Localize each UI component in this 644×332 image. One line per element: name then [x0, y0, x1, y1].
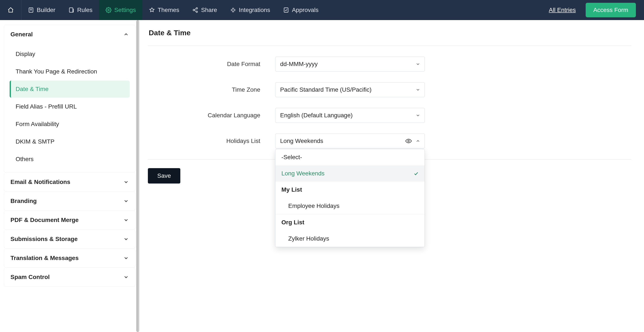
chevron-down-icon: [123, 236, 129, 242]
divider: [276, 247, 424, 247]
eye-icon[interactable]: [405, 138, 412, 144]
chevron-down-icon: [123, 198, 129, 204]
sidebar-item-field-alias[interactable]: Field Alias - Prefill URL: [10, 98, 130, 115]
check-icon: [414, 171, 418, 176]
main-content: Date & Time Date Format dd-MMM-yyyy Time…: [139, 20, 644, 332]
svg-point-7: [196, 11, 198, 12]
sidebar-section-general[interactable]: General: [4, 25, 135, 44]
chevron-down-icon: [123, 255, 129, 261]
share-icon: [192, 7, 198, 13]
calendar-language-select[interactable]: English (Default Language): [275, 108, 425, 123]
nav-share-label: Share: [201, 6, 217, 14]
sidebar-item-thank-you[interactable]: Thank You Page & Redirection: [10, 63, 130, 80]
svg-point-4: [108, 10, 109, 11]
nav-builder[interactable]: Builder: [21, 0, 62, 20]
nav-settings[interactable]: Settings: [99, 0, 142, 20]
page-title: Date & Time: [148, 29, 631, 37]
divider: [148, 46, 631, 46]
date-format-select[interactable]: dd-MMM-yyyy: [275, 56, 425, 72]
time-zone-label: Time Zone: [148, 86, 275, 93]
nav-rules-label: Rules: [77, 6, 92, 14]
sidebar-item-others[interactable]: Others: [10, 150, 130, 168]
sidebar-item-form-availability[interactable]: Form Availability: [10, 116, 130, 133]
save-button[interactable]: Save: [148, 168, 180, 184]
dropdown-option-zylker-holidays[interactable]: Zylker Holidays: [276, 230, 424, 247]
themes-icon: [149, 7, 155, 13]
integrations-icon: [230, 7, 236, 13]
sidebar-section-pdf[interactable]: PDF & Document Merge: [4, 211, 135, 230]
sidebar-item-display[interactable]: Display: [10, 46, 130, 62]
svg-line-8: [194, 9, 196, 10]
settings-sidebar: General Display Thank You Page & Redirec…: [0, 20, 139, 332]
svg-rect-3: [70, 8, 73, 12]
holidays-list-value: Long Weekends: [280, 138, 323, 144]
home-icon: [8, 7, 14, 13]
all-entries-link[interactable]: All Entries: [549, 6, 576, 14]
chevron-up-icon: [416, 139, 420, 143]
date-format-value: dd-MMM-yyyy: [280, 61, 318, 68]
sidebar-section-email-title: Email & Notifications: [10, 178, 70, 186]
sidebar-section-branding-title: Branding: [10, 198, 37, 204]
builder-icon: [28, 7, 34, 13]
nav-share[interactable]: Share: [186, 0, 224, 20]
holidays-list-dropdown: -Select- Long Weekends My List Employee …: [275, 149, 425, 247]
time-zone-select[interactable]: Pacific Standard Time (US/Pacific): [275, 82, 425, 97]
nav-themes-label: Themes: [158, 6, 179, 14]
svg-line-9: [194, 10, 196, 12]
rules-icon: [68, 7, 74, 13]
sidebar-section-spam-title: Spam Control: [10, 274, 50, 280]
chevron-down-icon: [123, 274, 129, 280]
chevron-down-icon: [416, 62, 420, 66]
approvals-icon: [283, 7, 289, 13]
nav-integrations[interactable]: Integrations: [224, 0, 276, 20]
chevron-up-icon: [123, 32, 129, 37]
sidebar-section-pdf-title: PDF & Document Merge: [10, 217, 79, 224]
dropdown-option-long-weekends[interactable]: Long Weekends: [276, 165, 424, 182]
sidebar-item-dkim-smtp[interactable]: DKIM & SMTP: [10, 133, 130, 150]
sidebar-section-submissions[interactable]: Submissions & Storage: [4, 230, 135, 248]
nav-themes[interactable]: Themes: [142, 0, 186, 20]
nav-approvals[interactable]: Approvals: [276, 0, 325, 20]
access-form-button[interactable]: Access Form: [586, 3, 636, 17]
home-button[interactable]: [0, 0, 21, 20]
nav-integrations-label: Integrations: [239, 6, 270, 14]
sidebar-item-date-time[interactable]: Date & Time: [10, 80, 130, 98]
sidebar-section-branding[interactable]: Branding: [4, 192, 135, 210]
sidebar-section-translation-title: Translation & Messages: [10, 255, 79, 262]
sidebar-section-email[interactable]: Email & Notifications: [4, 172, 135, 192]
chevron-down-icon: [123, 179, 129, 185]
dropdown-group-my-list: My List: [276, 182, 424, 198]
chevron-down-icon: [416, 88, 420, 92]
nav-approvals-label: Approvals: [292, 6, 318, 14]
calendar-language-value: English (Default Language): [280, 112, 352, 119]
calendar-language-label: Calendar Language: [148, 112, 275, 119]
svg-point-6: [193, 10, 195, 11]
dropdown-option-long-weekends-label: Long Weekends: [282, 170, 324, 177]
dropdown-option-employee-holidays[interactable]: Employee Holidays: [276, 198, 424, 214]
sidebar-section-general-title: General: [10, 31, 33, 38]
svg-point-5: [196, 8, 198, 9]
holidays-list-label: Holidays List: [148, 138, 275, 144]
chevron-down-icon: [416, 113, 420, 118]
nav-settings-label: Settings: [114, 6, 136, 14]
sidebar-section-translation[interactable]: Translation & Messages: [4, 249, 135, 268]
dropdown-option-select[interactable]: -Select-: [276, 149, 424, 165]
sidebar-section-submissions-title: Submissions & Storage: [10, 236, 78, 242]
svg-rect-10: [284, 8, 288, 12]
time-zone-value: Pacific Standard Time (US/Pacific): [280, 86, 372, 93]
holidays-list-select[interactable]: Long Weekends: [275, 134, 425, 148]
nav-rules[interactable]: Rules: [62, 0, 99, 20]
svg-point-11: [408, 140, 410, 142]
settings-icon: [105, 7, 112, 13]
top-nav: Builder Rules Settings Themes Share Inte…: [0, 0, 644, 20]
chevron-down-icon: [123, 217, 129, 223]
dropdown-group-org-list: Org List: [276, 214, 424, 230]
sidebar-section-spam[interactable]: Spam Control: [4, 268, 135, 286]
date-format-label: Date Format: [148, 61, 275, 68]
nav-builder-label: Builder: [37, 6, 55, 14]
